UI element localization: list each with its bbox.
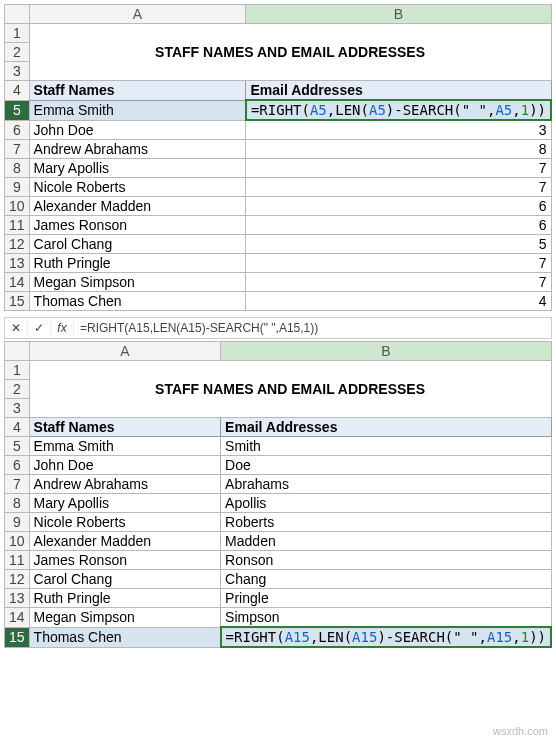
cell[interactable]: Carol Chang bbox=[29, 570, 221, 589]
row-header[interactable]: 3 bbox=[5, 399, 30, 418]
enter-icon[interactable]: ✓ bbox=[28, 321, 51, 335]
cell[interactable]: 3 bbox=[246, 120, 551, 140]
row-header[interactable]: 5 bbox=[5, 437, 30, 456]
row-header[interactable]: 10 bbox=[5, 532, 30, 551]
row-header[interactable]: 13 bbox=[5, 254, 30, 273]
cell[interactable]: Carol Chang bbox=[29, 235, 246, 254]
corner-cell[interactable] bbox=[5, 5, 30, 24]
row-header[interactable]: 7 bbox=[5, 475, 30, 494]
cell-A15[interactable]: Thomas Chen bbox=[29, 627, 221, 647]
cell[interactable]: John Doe bbox=[29, 120, 246, 140]
cell[interactable]: 6 bbox=[246, 216, 551, 235]
cell[interactable]: Smith bbox=[221, 437, 551, 456]
cell[interactable]: James Ronson bbox=[29, 216, 246, 235]
cell[interactable]: 8 bbox=[246, 140, 551, 159]
cell[interactable]: Abrahams bbox=[221, 475, 551, 494]
cell[interactable]: 4 bbox=[246, 292, 551, 311]
cell[interactable]: Pringle bbox=[221, 589, 551, 608]
row-header[interactable]: 6 bbox=[5, 456, 30, 475]
row-header[interactable]: 5 bbox=[5, 100, 30, 120]
cell[interactable]: James Ronson bbox=[29, 551, 221, 570]
cell[interactable]: Roberts bbox=[221, 513, 551, 532]
cell[interactable]: Nicole Roberts bbox=[29, 178, 246, 197]
row-header[interactable]: 4 bbox=[5, 418, 30, 437]
cell[interactable]: Andrew Abrahams bbox=[29, 475, 221, 494]
cell-B5-editing[interactable]: =RIGHT(A5,LEN(A5)-SEARCH(" ",A5,1)) bbox=[246, 100, 551, 120]
row-header[interactable]: 15 bbox=[5, 292, 30, 311]
cell[interactable]: Simpson bbox=[221, 608, 551, 628]
col-header-B[interactable]: B bbox=[221, 342, 551, 361]
cell[interactable]: Madden bbox=[221, 532, 551, 551]
header-staff-names[interactable]: Staff Names bbox=[29, 81, 246, 101]
cell[interactable]: Mary Apollis bbox=[29, 159, 246, 178]
cell[interactable]: Doe bbox=[221, 456, 551, 475]
cell[interactable]: Andrew Abrahams bbox=[29, 140, 246, 159]
col-header-A[interactable]: A bbox=[29, 5, 246, 24]
spreadsheet-2[interactable]: A B 1 STAFF NAMES AND EMAIL ADDRESSES 2 … bbox=[4, 341, 552, 648]
row-header[interactable]: 10 bbox=[5, 197, 30, 216]
col-header-B[interactable]: B bbox=[246, 5, 551, 24]
cell[interactable]: 7 bbox=[246, 273, 551, 292]
row-header[interactable]: 12 bbox=[5, 570, 30, 589]
cell[interactable]: Nicole Roberts bbox=[29, 513, 221, 532]
row-header[interactable]: 8 bbox=[5, 159, 30, 178]
title-cell[interactable]: STAFF NAMES AND EMAIL ADDRESSES bbox=[29, 24, 551, 81]
row-header[interactable]: 11 bbox=[5, 216, 30, 235]
cell[interactable]: Ruth Pringle bbox=[29, 254, 246, 273]
cancel-icon[interactable]: ✕ bbox=[5, 321, 28, 335]
row-header[interactable]: 11 bbox=[5, 551, 30, 570]
row-header[interactable]: 4 bbox=[5, 81, 30, 101]
row-header[interactable]: 6 bbox=[5, 120, 30, 140]
row-header[interactable]: 3 bbox=[5, 62, 30, 81]
cell[interactable]: 5 bbox=[246, 235, 551, 254]
cell-B15-editing[interactable]: =RIGHT(A15,LEN(A15)-SEARCH(" ",A15,1)) bbox=[221, 627, 551, 647]
fx-icon[interactable]: fx bbox=[51, 321, 74, 335]
row-header[interactable]: 12 bbox=[5, 235, 30, 254]
col-header-A[interactable]: A bbox=[29, 342, 221, 361]
row-header[interactable]: 14 bbox=[5, 608, 30, 628]
row-header[interactable]: 1 bbox=[5, 361, 30, 380]
header-email[interactable]: Email Addresses bbox=[221, 418, 551, 437]
row-header[interactable]: 1 bbox=[5, 24, 30, 43]
cell[interactable]: 7 bbox=[246, 159, 551, 178]
cell[interactable]: 7 bbox=[246, 254, 551, 273]
cell[interactable]: Megan Simpson bbox=[29, 608, 221, 628]
cell[interactable]: John Doe bbox=[29, 456, 221, 475]
cell[interactable]: Mary Apollis bbox=[29, 494, 221, 513]
formula-bar: ✕ ✓ fx =RIGHT(A15,LEN(A15)-SEARCH(" ",A1… bbox=[4, 317, 552, 339]
row-header[interactable]: 8 bbox=[5, 494, 30, 513]
title-cell[interactable]: STAFF NAMES AND EMAIL ADDRESSES bbox=[29, 361, 551, 418]
cell-A5[interactable]: Emma Smith bbox=[29, 100, 246, 120]
cell[interactable]: Alexander Madden bbox=[29, 532, 221, 551]
row-header[interactable]: 2 bbox=[5, 380, 30, 399]
cell[interactable]: Ruth Pringle bbox=[29, 589, 221, 608]
cell[interactable]: 7 bbox=[246, 178, 551, 197]
row-header[interactable]: 7 bbox=[5, 140, 30, 159]
cell[interactable]: Chang bbox=[221, 570, 551, 589]
spreadsheet-1[interactable]: A B 1 STAFF NAMES AND EMAIL ADDRESSES 2 … bbox=[4, 4, 552, 311]
row-header[interactable]: 9 bbox=[5, 513, 30, 532]
cell[interactable]: 6 bbox=[246, 197, 551, 216]
cell[interactable]: Megan Simpson bbox=[29, 273, 246, 292]
row-header[interactable]: 15 bbox=[5, 627, 30, 647]
row-header[interactable]: 2 bbox=[5, 43, 30, 62]
row-header[interactable]: 14 bbox=[5, 273, 30, 292]
cell[interactable]: Apollis bbox=[221, 494, 551, 513]
row-header[interactable]: 13 bbox=[5, 589, 30, 608]
row-header[interactable]: 9 bbox=[5, 178, 30, 197]
cell[interactable]: Ronson bbox=[221, 551, 551, 570]
header-staff-names[interactable]: Staff Names bbox=[29, 418, 221, 437]
cell[interactable]: Alexander Madden bbox=[29, 197, 246, 216]
cell[interactable]: Thomas Chen bbox=[29, 292, 246, 311]
formula-input[interactable]: =RIGHT(A15,LEN(A15)-SEARCH(" ",A15,1)) bbox=[74, 321, 324, 335]
header-email[interactable]: Email Addresses bbox=[246, 81, 551, 101]
corner-cell[interactable] bbox=[5, 342, 30, 361]
cell[interactable]: Emma Smith bbox=[29, 437, 221, 456]
